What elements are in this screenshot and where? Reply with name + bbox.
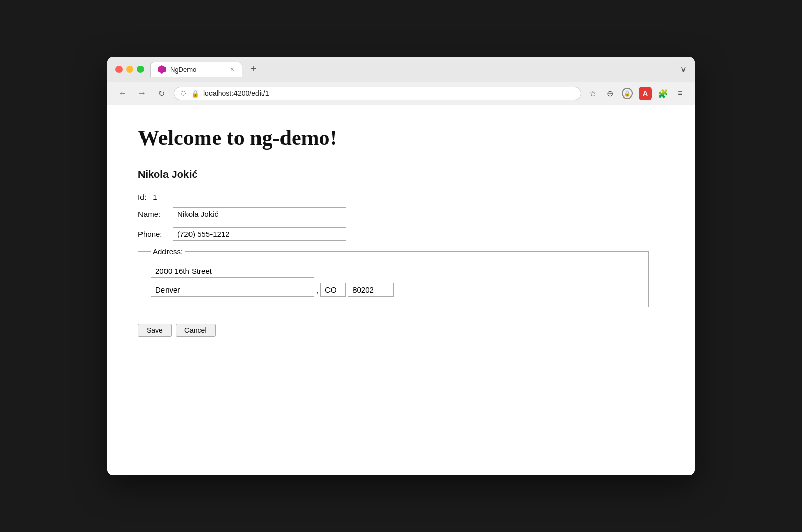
url-input[interactable] — [203, 89, 575, 98]
name-input[interactable] — [173, 207, 346, 221]
maximize-button[interactable] — [137, 66, 144, 73]
shield-icon: 🛡 — [180, 90, 187, 98]
save-button[interactable]: Save — [138, 324, 172, 337]
phone-label: Phone: — [138, 230, 169, 238]
city-input[interactable] — [151, 283, 314, 297]
city-row: , — [151, 283, 636, 297]
address-fieldset: Address: , — [138, 247, 649, 307]
address-bar[interactable]: 🛡 🔒 — [174, 87, 581, 100]
zip-input[interactable] — [348, 283, 394, 297]
menu-icon[interactable]: ≡ — [674, 87, 687, 100]
phone-row: Phone: — [138, 227, 664, 241]
page-title: Welcome to ng-demo! — [138, 126, 664, 150]
address-legend: Address: — [151, 247, 185, 256]
close-button[interactable] — [115, 66, 123, 73]
id-row: Id: 1 — [138, 192, 664, 201]
forward-button[interactable]: → — [135, 86, 149, 101]
street-row — [151, 264, 636, 278]
page-content: Welcome to ng-demo! Nikola Jokić Id: 1 N… — [107, 105, 695, 475]
traffic-lights — [115, 66, 144, 73]
name-row: Name: — [138, 207, 664, 221]
lock-icon: 🔒 — [191, 90, 199, 98]
extensions-icon[interactable]: 🧩 — [657, 87, 669, 100]
angular-icon — [158, 65, 166, 74]
tab-label: NgDemo — [170, 66, 226, 74]
back-button[interactable]: ← — [115, 86, 130, 101]
bookmark-icon[interactable]: ☆ — [586, 87, 599, 100]
name-label: Name: — [138, 210, 169, 219]
nav-bar: ← → ↻ 🛡 🔒 ☆ ⊖ 🔒 A 🧩 ≡ — [107, 82, 695, 105]
button-row: Save Cancel — [138, 324, 664, 337]
new-tab-button[interactable]: + — [246, 62, 261, 77]
nav-right-icons: ☆ ⊖ 🔒 A 🧩 ≡ — [586, 87, 687, 100]
street-input[interactable] — [151, 264, 314, 278]
tabs-row: NgDemo × + ∨ — [150, 62, 687, 77]
phone-input[interactable] — [173, 227, 346, 241]
address-fields: , — [151, 264, 636, 297]
cancel-button[interactable]: Cancel — [176, 324, 216, 337]
active-tab[interactable]: NgDemo × — [150, 62, 242, 77]
bitwarden-icon[interactable]: 🔒 — [621, 87, 633, 100]
testflight-icon[interactable]: A — [639, 87, 652, 100]
tab-chevron-icon[interactable]: ∨ — [680, 64, 687, 74]
title-bar: NgDemo × + ∨ — [107, 57, 695, 82]
reload-button[interactable]: ↻ — [154, 86, 169, 101]
pocket-icon[interactable]: ⊖ — [604, 87, 616, 100]
minimize-button[interactable] — [126, 66, 133, 73]
tab-close-button[interactable]: × — [230, 66, 234, 73]
person-name: Nikola Jokić — [138, 168, 664, 180]
id-label: Id: 1 — [138, 192, 169, 201]
state-input[interactable] — [320, 283, 346, 297]
comma-separator: , — [316, 285, 318, 294]
form-section: Id: 1 Name: Phone: Address: — [138, 192, 664, 337]
browser-window: NgDemo × + ∨ ← → ↻ 🛡 🔒 ☆ ⊖ 🔒 A 🧩 ≡ — [107, 57, 695, 475]
